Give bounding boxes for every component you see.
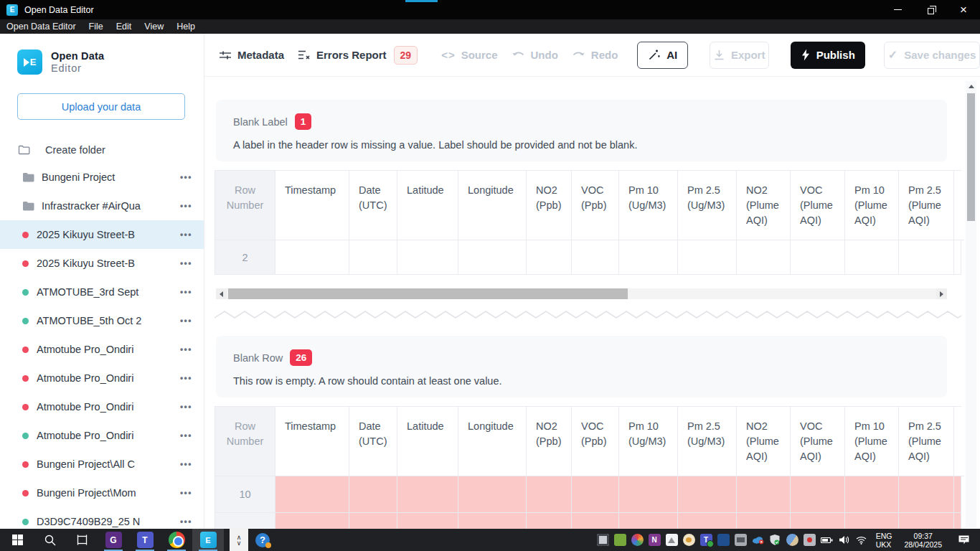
taskbar-app-teams[interactable]: T — [129, 529, 161, 551]
gdrive-tray-icon[interactable] — [666, 534, 678, 546]
data-cell[interactable] — [954, 240, 961, 275]
onenote-tray-icon[interactable] — [649, 534, 661, 546]
language-indicator[interactable]: ENG UKX — [876, 532, 892, 549]
error-cell[interactable] — [458, 476, 527, 513]
error-cell[interactable] — [527, 476, 572, 513]
error-cell[interactable] — [527, 513, 572, 529]
vertical-scrollbar-thumb[interactable] — [967, 93, 975, 221]
menu-view[interactable]: View — [138, 22, 170, 32]
error-cell[interactable] — [791, 476, 845, 513]
metadata-tab[interactable]: Metadata — [219, 49, 284, 61]
error-cell[interactable] — [619, 476, 678, 513]
record-tray-icon[interactable] — [804, 534, 816, 546]
error-cell[interactable] — [349, 513, 397, 529]
source-tab[interactable]: <> Source — [441, 49, 497, 61]
teams-tray-icon[interactable] — [700, 534, 712, 546]
error-cell[interactable] — [397, 513, 458, 529]
data-cell[interactable] — [791, 240, 845, 275]
error-cell[interactable] — [737, 476, 791, 513]
item-menu-button[interactable]: ••• — [180, 230, 192, 240]
menu-open-data-editor[interactable]: Open Data Editor — [0, 22, 83, 32]
taskbar-app-open-data-editor[interactable]: E — [192, 529, 224, 551]
volume-tray-icon[interactable] — [838, 534, 850, 546]
upload-data-button[interactable]: Upload your data — [17, 93, 185, 120]
create-folder-button[interactable]: Create folder — [18, 144, 204, 156]
sidebar-file-item[interactable]: Infrastracker #AirQua••• — [0, 192, 204, 220]
export-button[interactable]: Export — [710, 42, 769, 69]
scroll-right-arrow[interactable] — [936, 288, 947, 299]
hidden-icons-expander[interactable]: ∧∨ — [230, 529, 248, 551]
item-menu-button[interactable]: ••• — [180, 402, 192, 412]
error-cell[interactable] — [458, 513, 527, 529]
horizontal-scrollbar[interactable] — [216, 288, 947, 299]
minimize-button[interactable] — [881, 0, 914, 19]
error-cell[interactable] — [572, 513, 619, 529]
sidebar-file-item[interactable]: ATMOTUBE_3rd Sept••• — [0, 278, 204, 306]
taskbar-clock[interactable]: 09:37 28/04/2025 — [904, 532, 942, 549]
sidebar-file-item[interactable]: Bungeni Project••• — [0, 163, 204, 192]
taskbar-app-goodnotes[interactable]: G — [98, 529, 129, 551]
error-cell[interactable] — [737, 513, 791, 529]
notification-center-button[interactable] — [951, 534, 976, 545]
sidebar-file-item[interactable]: Bungeni Project\Mom••• — [0, 479, 204, 507]
vertical-scrollbar[interactable] — [966, 81, 976, 527]
publish-button[interactable]: Publish — [791, 42, 865, 69]
data-cell[interactable] — [275, 240, 349, 275]
error-cell[interactable] — [678, 513, 737, 529]
sidebar-file-item[interactable]: Atmotube Pro_Ondiri••• — [0, 421, 204, 450]
item-menu-button[interactable]: ••• — [180, 430, 192, 441]
item-menu-button[interactable]: ••• — [180, 201, 192, 211]
help-tray-button[interactable]: ? — [248, 529, 277, 551]
grid-tray-icon[interactable] — [597, 534, 609, 546]
data-cell[interactable] — [619, 240, 678, 275]
error-cell[interactable] — [275, 476, 349, 513]
sidebar-file-item[interactable]: Bungeni Project\All C••• — [0, 450, 204, 479]
data-cell[interactable] — [349, 240, 397, 275]
data-cell[interactable] — [737, 240, 791, 275]
error-cell[interactable] — [899, 476, 954, 513]
sidebar-file-item[interactable]: ATMOTUBE_5th Oct 2••• — [0, 306, 204, 335]
error-cell[interactable] — [275, 513, 349, 529]
ai-button[interactable]: AI — [637, 42, 688, 69]
item-menu-button[interactable]: ••• — [180, 287, 192, 297]
item-menu-button[interactable]: ••• — [180, 488, 192, 498]
horizontal-scrollbar-thumb[interactable] — [228, 288, 628, 299]
scroll-up-arrow[interactable] — [966, 81, 976, 92]
monitor-tray-icon[interactable] — [735, 534, 747, 546]
defender-tray-icon[interactable] — [769, 534, 781, 546]
nvidia-tray-icon[interactable] — [614, 534, 626, 546]
error-cell[interactable] — [845, 513, 899, 529]
close-button[interactable]: × — [947, 0, 980, 19]
bird-tray-icon[interactable] — [683, 534, 695, 546]
scroll-left-arrow[interactable] — [216, 288, 227, 299]
error-cell[interactable] — [619, 513, 678, 529]
data-cell[interactable] — [899, 240, 954, 275]
weather-tray-icon[interactable] — [786, 534, 798, 546]
sidebar-file-item[interactable]: 2025 Kikuyu Street-B••• — [0, 220, 204, 249]
pinwheel-tray-icon[interactable] — [631, 534, 644, 546]
taskbar-search-button[interactable] — [34, 529, 66, 551]
errors-report-tab[interactable]: Errors Report 29 — [298, 46, 418, 65]
menu-help[interactable]: Help — [170, 22, 202, 32]
error-cell[interactable] — [397, 476, 458, 513]
taskbar-app-chrome[interactable] — [161, 529, 192, 551]
error-cell[interactable] — [678, 476, 737, 513]
data-cell[interactable] — [678, 240, 737, 275]
item-menu-button[interactable]: ••• — [180, 258, 192, 268]
data-cell[interactable] — [397, 240, 458, 275]
undo-button[interactable]: Undo — [512, 49, 558, 61]
item-menu-button[interactable]: ••• — [180, 373, 192, 383]
start-button[interactable] — [0, 529, 34, 551]
error-cell[interactable] — [791, 513, 845, 529]
save-changes-button[interactable]: ✓ Save changes — [884, 42, 980, 69]
error-cell[interactable] — [899, 513, 954, 529]
wifi-tray-icon[interactable] — [855, 534, 867, 546]
error-cell[interactable] — [572, 476, 619, 513]
error-cell[interactable] — [349, 476, 397, 513]
onedrive-tray-icon[interactable] — [752, 534, 764, 546]
data-cell[interactable] — [527, 240, 572, 275]
menu-file[interactable]: File — [83, 22, 110, 32]
sidebar-file-item[interactable]: Atmotube Pro_Ondiri••• — [0, 392, 204, 421]
restore-button[interactable] — [914, 0, 947, 19]
item-menu-button[interactable]: ••• — [180, 316, 192, 326]
